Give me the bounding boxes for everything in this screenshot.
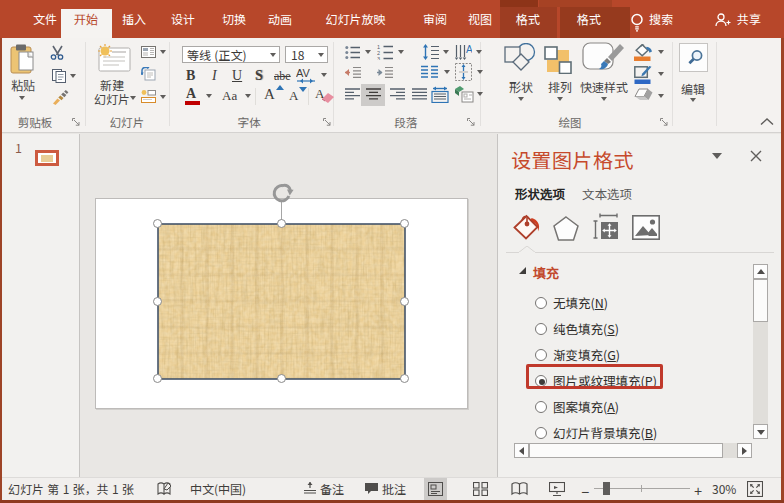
- svg-text:A: A: [466, 44, 472, 55]
- svg-text:3: 3: [377, 56, 380, 61]
- svg-text:AV: AV: [296, 68, 311, 79]
